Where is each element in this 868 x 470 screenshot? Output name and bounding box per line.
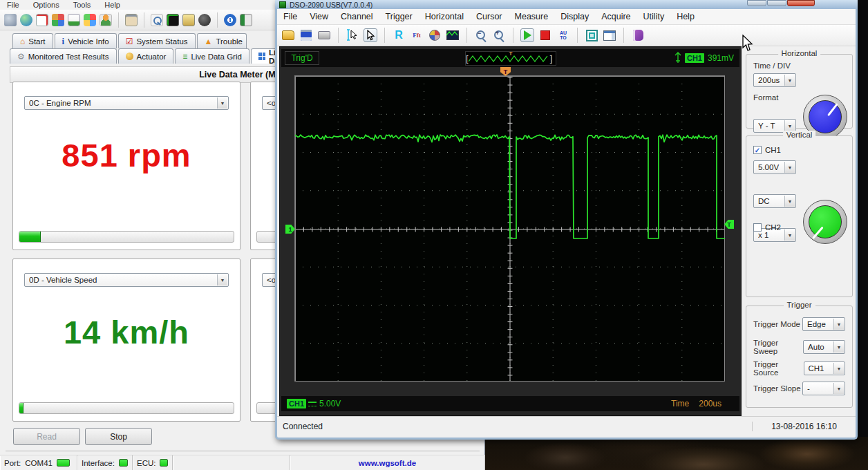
select-value: - — [807, 384, 810, 393]
trigger-mode-label: Trigger Mode — [753, 320, 800, 328]
record-icon[interactable] — [429, 30, 440, 41]
menu-tools[interactable]: Tools — [66, 1, 98, 9]
info-icon[interactable]: i — [224, 14, 236, 26]
menu-file[interactable]: File — [277, 12, 303, 21]
chevron-down-icon: ▼ — [833, 341, 844, 352]
menu-channel[interactable]: Channel — [334, 12, 379, 21]
ch1-position-knob[interactable] — [803, 200, 847, 244]
globe-icon[interactable] — [20, 14, 32, 26]
trigger-mode-select[interactable]: Edge▼ — [802, 317, 845, 331]
pointer-tool-icon[interactable] — [364, 28, 377, 42]
tab-live-data-grid[interactable]: ≡Live Data Grid — [175, 48, 249, 64]
timebase-readout: Time 200us — [671, 399, 734, 408]
fft-icon[interactable]: Fft — [410, 28, 424, 42]
trigger-level-marker[interactable]: T — [724, 220, 734, 229]
tab-system-status[interactable]: ☑System Status — [118, 33, 196, 48]
scope-menubar: File View Channel Trigger Horizontal Cur… — [277, 9, 856, 25]
pid-select-speed[interactable]: 0D - Vehicle Speed▼ — [24, 273, 229, 287]
ch1-badge: CH1 — [287, 399, 306, 408]
menu-help[interactable]: Help — [97, 1, 127, 9]
menu-options[interactable]: Options — [26, 1, 66, 9]
menu-cursor[interactable]: Cursor — [470, 12, 509, 21]
battery-icon[interactable] — [182, 14, 195, 26]
cursor-measure-icon[interactable] — [346, 28, 359, 42]
grid-icon — [258, 53, 265, 60]
menu-display[interactable]: Display — [554, 12, 595, 21]
self-calibration-icon[interactable] — [586, 30, 598, 41]
tab-start[interactable]: ⌂Start — [12, 33, 53, 48]
stop-button[interactable]: Stop — [85, 428, 152, 445]
save-icon[interactable] — [301, 30, 312, 41]
ch1-checkbox[interactable]: ✓ — [753, 146, 762, 154]
scope-titlebar[interactable]: DSO-2090 USB(V7.0.0.4) — [275, 0, 858, 9]
plug-icon[interactable] — [4, 14, 17, 26]
pid-select-rpm[interactable]: 0C - Engine RPM▼ — [24, 96, 229, 110]
close-button[interactable] — [787, 0, 815, 6]
menu-horizontal[interactable]: Horizontal — [419, 12, 470, 21]
clipboard-icon[interactable] — [125, 14, 138, 26]
tab-trouble[interactable]: ▲Trouble — [197, 33, 247, 48]
document-icon[interactable] — [36, 14, 48, 26]
chevron-down-icon: ▼ — [833, 319, 844, 330]
menu-trigger[interactable]: Trigger — [379, 12, 419, 21]
time-div-select[interactable]: 200us▼ — [753, 73, 796, 87]
menu-help[interactable]: Help — [670, 12, 701, 21]
app-icon — [279, 1, 286, 8]
print-icon[interactable] — [318, 31, 330, 39]
knob-icon[interactable] — [198, 14, 211, 26]
waveform-preview-bar[interactable]: T [ ] — [465, 51, 556, 66]
help-book-icon[interactable] — [633, 30, 643, 41]
trigger-group: Trigger Trigger Mode Edge▼ Trigger Sweep… — [746, 306, 853, 408]
info-icon: i — [62, 36, 65, 47]
menu-acquire[interactable]: Acquire — [595, 12, 636, 21]
trigger-source-select[interactable]: CH1▼ — [804, 361, 846, 375]
menu-file[interactable]: File — [0, 1, 26, 9]
ch2-enable[interactable]: CH2 — [753, 223, 781, 232]
trigger-sweep-select[interactable]: Auto▼ — [803, 340, 845, 354]
zoom-in-icon[interactable]: + — [492, 28, 506, 42]
tab-vehicle-info[interactable]: iVehicle Info — [55, 33, 117, 48]
marker-letter: T — [504, 68, 508, 75]
menu-measure[interactable]: Measure — [509, 12, 555, 21]
tab-monitored-test-results[interactable]: ⚙Monitored Test Results — [10, 48, 117, 64]
exit-icon[interactable] — [240, 14, 252, 26]
terminal-icon[interactable] — [167, 14, 179, 26]
grid-icon[interactable] — [52, 14, 64, 26]
gear-icon: ⚙ — [17, 53, 25, 61]
refresh-icon[interactable]: R — [392, 28, 406, 42]
minimize-button[interactable] — [747, 0, 766, 6]
ch1-coupling-select[interactable]: DC▼ — [753, 194, 796, 208]
ch1-enable[interactable]: ✓ CH1 — [753, 146, 781, 154]
select-value: Edge — [807, 320, 826, 328]
ch1-ground-marker[interactable]: 1 — [285, 225, 295, 234]
read-button[interactable]: Read — [13, 428, 80, 445]
stop-acquisition-icon[interactable] — [538, 28, 552, 42]
waveform-icon[interactable] — [446, 30, 459, 40]
preview-trigger-marker[interactable]: T — [509, 50, 513, 57]
ch1-volt-select[interactable]: 5.00V▼ — [753, 160, 796, 174]
start-acquisition-icon[interactable] — [520, 28, 534, 42]
autoset-text-icon[interactable]: AUTO — [556, 28, 570, 42]
open-icon[interactable] — [282, 30, 294, 40]
format-label: Format — [753, 93, 778, 102]
connection-status: Connected — [277, 422, 752, 431]
select-value: 200us — [758, 76, 780, 84]
search-icon[interactable] — [151, 14, 163, 26]
toolbar-separator — [466, 28, 467, 43]
tiles-icon[interactable] — [84, 14, 96, 26]
ch2-checkbox[interactable] — [753, 223, 762, 232]
select-value: Auto — [808, 343, 824, 351]
tab-actuator[interactable]: Actuator — [118, 48, 174, 64]
chart-icon[interactable] — [68, 14, 80, 26]
zoom-out-icon[interactable]: − — [474, 28, 488, 42]
panel-layout-icon[interactable] — [603, 30, 616, 41]
trigger-slope-select[interactable]: -▼ — [802, 382, 845, 395]
dc-coupling-icon — [308, 402, 317, 406]
status-ecu: ECU: — [133, 455, 173, 470]
speed-progress-fill — [19, 403, 23, 413]
chevron-down-icon: ▼ — [217, 274, 227, 285]
menu-utility[interactable]: Utility — [637, 12, 671, 21]
maximize-button[interactable] — [767, 0, 786, 6]
menu-view[interactable]: View — [303, 12, 334, 21]
person-icon[interactable] — [100, 14, 112, 26]
